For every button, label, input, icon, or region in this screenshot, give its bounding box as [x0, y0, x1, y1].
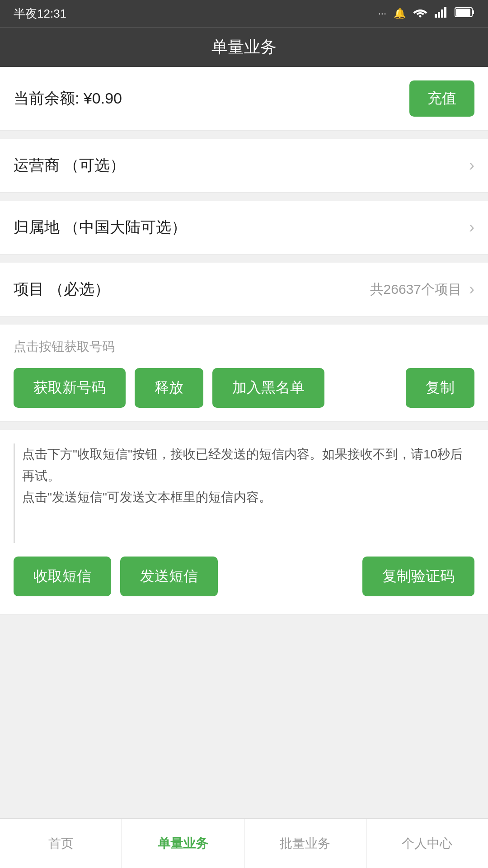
- carrier-label: 运营商 （可选）: [14, 155, 125, 176]
- divider-4: [0, 316, 488, 325]
- status-bar: 半夜12:31 ··· 🔔: [0, 0, 488, 27]
- project-row[interactable]: 项目 （必选） 共26637个项目 ›: [0, 263, 488, 316]
- region-chevron-icon: ›: [469, 218, 474, 237]
- send-sms-button[interactable]: 发送短信: [120, 557, 218, 596]
- svg-point-0: [419, 15, 422, 18]
- nav-item-home[interactable]: 首页: [0, 819, 122, 868]
- nav-label-single: 单量业务: [158, 835, 208, 852]
- nav-item-profile[interactable]: 个人中心: [366, 819, 488, 868]
- more-icon: ···: [378, 8, 386, 19]
- nav-item-batch[interactable]: 批量业务: [244, 819, 366, 868]
- nav-item-single[interactable]: 单量业务: [122, 819, 244, 868]
- sms-description: 点击下方"收取短信"按钮，接收已经发送的短信内容。如果接收不到，请10秒后再试。…: [14, 443, 474, 543]
- action-hint: 点击按钮获取号码: [14, 338, 474, 355]
- action-buttons-row: 获取新号码 释放 加入黑名单 复制: [14, 368, 474, 421]
- divider-5: [0, 422, 488, 430]
- region-label: 归属地 （中国大陆可选）: [14, 217, 187, 238]
- svg-rect-1: [435, 14, 437, 18]
- svg-rect-2: [438, 12, 440, 18]
- bell-icon: 🔔: [394, 8, 406, 19]
- status-icons: ··· 🔔: [378, 7, 474, 20]
- nav-label-batch: 批量业务: [280, 835, 330, 852]
- balance-row: 当前余额: ¥0.90 充值: [0, 67, 488, 131]
- project-count-area: 共26637个项目 ›: [370, 280, 474, 299]
- svg-rect-7: [456, 9, 470, 16]
- sms-description-text: 点击下方"收取短信"按钮，接收已经发送的短信内容。如果接收不到，请10秒后再试。…: [22, 447, 463, 504]
- battery-icon: [455, 7, 474, 20]
- carrier-chevron-icon: ›: [469, 156, 474, 175]
- svg-rect-3: [441, 9, 443, 18]
- copy-code-button[interactable]: 复制验证码: [362, 557, 474, 596]
- title-bar: 单量业务: [0, 27, 488, 67]
- bottom-nav: 首页 单量业务 批量业务 个人中心: [0, 818, 488, 868]
- divider-1: [0, 131, 488, 139]
- recharge-button[interactable]: 充值: [409, 80, 474, 117]
- svg-rect-4: [444, 7, 446, 18]
- divider-3: [0, 255, 488, 263]
- gray-fill-area: [0, 615, 488, 773]
- copy-button[interactable]: 复制: [406, 368, 474, 408]
- add-blacklist-button[interactable]: 加入黑名单: [212, 368, 324, 408]
- signal-icon: [435, 7, 447, 20]
- carrier-row[interactable]: 运营商 （可选） ›: [0, 139, 488, 193]
- page-title: 单量业务: [211, 36, 277, 58]
- divider-2: [0, 193, 488, 201]
- receive-sms-button[interactable]: 收取短信: [14, 557, 111, 596]
- nav-label-home: 首页: [48, 835, 74, 852]
- release-button[interactable]: 释放: [135, 368, 203, 408]
- svg-rect-6: [472, 10, 474, 14]
- project-count: 共26637个项目: [370, 280, 462, 299]
- sms-buttons-row: 收取短信 发送短信 复制验证码: [14, 557, 474, 601]
- status-time: 半夜12:31: [14, 6, 66, 22]
- project-chevron-icon: ›: [469, 280, 474, 299]
- action-area: 点击按钮获取号码 获取新号码 释放 加入黑名单 复制: [0, 325, 488, 422]
- wifi-icon: [413, 7, 427, 20]
- project-label: 项目 （必选）: [14, 279, 110, 300]
- region-row[interactable]: 归属地 （中国大陆可选） ›: [0, 201, 488, 255]
- get-new-number-button[interactable]: 获取新号码: [14, 368, 126, 408]
- sms-area: 点击下方"收取短信"按钮，接收已经发送的短信内容。如果接收不到，请10秒后再试。…: [0, 430, 488, 615]
- balance-label: 当前余额: ¥0.90: [14, 88, 122, 109]
- nav-label-profile: 个人中心: [402, 835, 452, 852]
